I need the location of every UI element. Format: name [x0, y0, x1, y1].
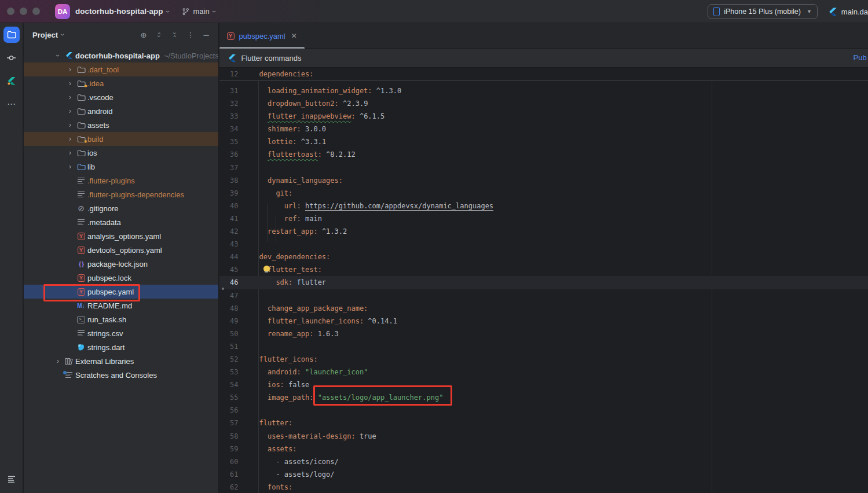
- code-line-43[interactable]: 43: [219, 238, 868, 251]
- code-line-56[interactable]: 56: [219, 404, 868, 417]
- code-line-39[interactable]: 39 git:: [219, 187, 868, 200]
- tab-pubspec-yaml[interactable]: Y pubspec.yaml ✕: [219, 23, 305, 49]
- code-line-36[interactable]: 36 fluttertoast: ^8.2.12: [219, 148, 868, 161]
- close-window-button[interactable]: [7, 8, 14, 15]
- tree-item-metadata[interactable]: .metadata: [24, 215, 218, 229]
- chevron-expanded-icon[interactable]: ›: [54, 50, 62, 61]
- code-line-47[interactable]: 47: [219, 289, 868, 302]
- chevron-down-icon[interactable]: ›: [58, 34, 67, 36]
- tree-item-label: lib: [87, 163, 95, 171]
- expand-all-button[interactable]: ››: [154, 30, 164, 40]
- tree-item-flutter-plugins-dependencies[interactable]: .flutter-plugins-dependencies: [24, 187, 218, 201]
- code-line-61[interactable]: 61 - assets/logo/: [219, 468, 868, 481]
- tree-item-pubspec-yaml[interactable]: Ypubspec.yaml: [24, 285, 218, 299]
- tree-item-doctorhub-hospital-app[interactable]: ›doctorhub-hospital-app~/StudioProjects/…: [24, 49, 218, 62]
- code-line-60[interactable]: 60 - assets/icons/: [219, 455, 868, 468]
- chevron-collapsed-icon[interactable]: ›: [65, 107, 75, 115]
- hide-panel-button[interactable]: ─: [201, 30, 211, 40]
- code-line-33[interactable]: 33 flutter_inappwebview: ^6.1.5: [219, 110, 868, 123]
- tree-item-idea[interactable]: ›✱.idea: [24, 76, 218, 90]
- tree-item-assets[interactable]: ›assets: [24, 118, 218, 132]
- panel-options-button[interactable]: ⋮: [185, 30, 196, 40]
- tree-item-strings-csv[interactable]: strings.csv: [24, 326, 218, 340]
- code-line-34[interactable]: 34 shimmer: 3.0.0: [219, 123, 868, 135]
- project-switcher[interactable]: doctorhub-hospital-app ›: [75, 7, 169, 16]
- code-line-52[interactable]: 52flutter_icons:: [219, 353, 868, 366]
- tree-item-strings-dart[interactable]: strings.dart: [24, 340, 218, 354]
- collapse-all-button[interactable]: ››: [170, 30, 180, 40]
- code-line-59[interactable]: 59 assets:: [219, 443, 868, 455]
- code-line-37[interactable]: 37: [219, 161, 868, 174]
- structure-tool-window-button[interactable]: [3, 471, 20, 487]
- text-file-icon: [77, 177, 85, 184]
- tree-item-lib[interactable]: ›lib: [24, 160, 218, 174]
- minimize-window-button[interactable]: [20, 8, 27, 15]
- tree-item-vscode[interactable]: ›.vscode: [24, 90, 218, 104]
- close-tab-icon[interactable]: ✕: [291, 32, 297, 40]
- device-selector[interactable]: iPhone 15 Plus (mobile) ▼: [708, 4, 818, 19]
- chevron-collapsed-icon[interactable]: ›: [65, 79, 75, 87]
- tree-item-external-libraries[interactable]: ›External Libraries: [24, 354, 218, 368]
- locate-file-button[interactable]: ⊕: [138, 30, 149, 40]
- chevron-collapsed-icon[interactable]: ›: [65, 149, 75, 157]
- code-line-54[interactable]: 54 ios: false: [219, 378, 868, 391]
- flutter-devtools-button[interactable]: [3, 73, 20, 89]
- tree-item-ios[interactable]: ›ios: [24, 146, 218, 160]
- code-line-31[interactable]: 31 loading_animation_widget: ^1.3.0: [219, 84, 868, 97]
- more-tool-windows-button[interactable]: ⋯: [3, 96, 20, 112]
- code-line-53[interactable]: 53 android: "launcher_icon": [219, 366, 868, 378]
- tree-item-gitignore[interactable]: ⊘.gitignore: [24, 201, 218, 215]
- code-editor[interactable]: pp 12 dependencies: 31 loading_animation…: [219, 68, 868, 493]
- code-line-45[interactable]: 45 flutter_test:: [219, 263, 868, 276]
- branch-switcher[interactable]: main ›: [182, 7, 215, 16]
- code-line-58[interactable]: 58 uses-material-design: true: [219, 430, 868, 443]
- code-line-38[interactable]: 38 dynamic_languages:: [219, 174, 868, 187]
- tree-item-scratches-and-consoles[interactable]: Scratches and Consoles: [24, 368, 218, 382]
- yaml-file-icon: Y: [78, 288, 85, 296]
- tree-item-build[interactable]: ›✱build: [24, 132, 218, 146]
- code-line-32[interactable]: 32 dropdown_button2: ^2.3.9: [219, 97, 868, 110]
- chevron-collapsed-icon[interactable]: ›: [65, 135, 75, 143]
- tree-item-devtools-options-yaml[interactable]: Ydevtools_options.yaml: [24, 243, 218, 257]
- project-tool-window-button[interactable]: [3, 27, 20, 43]
- code-line-55[interactable]: 55 image_path: "assets/logo/app_launcher…: [219, 391, 868, 404]
- maximize-window-button[interactable]: [32, 8, 40, 15]
- code-line-41[interactable]: 41 ref: main: [219, 212, 868, 225]
- code-line-40[interactable]: 40 url: https://github.com/appdevsx/dyna…: [219, 200, 868, 212]
- code-line-62[interactable]: 62 fonts:: [219, 481, 868, 493]
- sticky-line-dependencies[interactable]: 12 dependencies:: [219, 68, 868, 81]
- code-line-49[interactable]: 49 flutter_launcher_icons: ^0.14.1: [219, 315, 868, 328]
- commit-icon: [6, 53, 16, 62]
- intention-bulb-icon[interactable]: [263, 266, 270, 272]
- tree-item-pubspec-lock[interactable]: Ypubspec.lock: [24, 271, 218, 285]
- more-icon: ⋯: [7, 99, 16, 109]
- tree-item-label: package-lock.json: [87, 260, 148, 268]
- chevron-collapsed-icon[interactable]: ›: [65, 65, 75, 73]
- pub-get-link[interactable]: Pub get: [854, 53, 868, 62]
- code-line-44[interactable]: 44dev_dependencies:: [219, 251, 868, 263]
- code-line-42[interactable]: 42 restart_app: ^1.3.2: [219, 225, 868, 238]
- chevron-collapsed-icon[interactable]: ›: [53, 357, 63, 365]
- tree-item-package-lock-json[interactable]: { }package-lock.json: [24, 257, 218, 271]
- code-line-46[interactable]: 46 sdk: flutter: [219, 276, 868, 289]
- commit-tool-window-button[interactable]: [3, 50, 20, 66]
- code-line-50[interactable]: 50 rename_app: 1.6.3: [219, 328, 868, 340]
- tree-item-android[interactable]: ›android: [24, 104, 218, 118]
- run-config-selector[interactable]: main.dart: [829, 8, 868, 16]
- tree-item-dart-tool[interactable]: ›.dart_tool: [24, 62, 218, 76]
- chevron-collapsed-icon[interactable]: ›: [65, 163, 75, 171]
- code-line-35[interactable]: 35 lottie: ^3.3.1: [219, 135, 868, 148]
- tree-item-run-task-sh[interactable]: >_run_task.sh: [24, 312, 218, 326]
- gutter-marker-dot[interactable]: [222, 288, 224, 290]
- tree-item-flutter-plugins[interactable]: .flutter-plugins: [24, 174, 218, 187]
- window-controls[interactable]: [7, 8, 40, 15]
- tree-item-label: External Libraries: [75, 357, 134, 366]
- tree-item-readme-md[interactable]: M↓README.md: [24, 299, 218, 312]
- code-line-57[interactable]: 57flutter:: [219, 417, 868, 429]
- flutter-logo-icon: [65, 51, 73, 60]
- chevron-collapsed-icon[interactable]: ›: [65, 93, 75, 101]
- chevron-collapsed-icon[interactable]: ›: [65, 121, 75, 129]
- code-line-51[interactable]: 51: [219, 340, 868, 353]
- code-line-48[interactable]: 48 change_app_package_name:: [219, 302, 868, 315]
- tree-item-analysis-options-yaml[interactable]: Yanalysis_options.yaml: [24, 229, 218, 243]
